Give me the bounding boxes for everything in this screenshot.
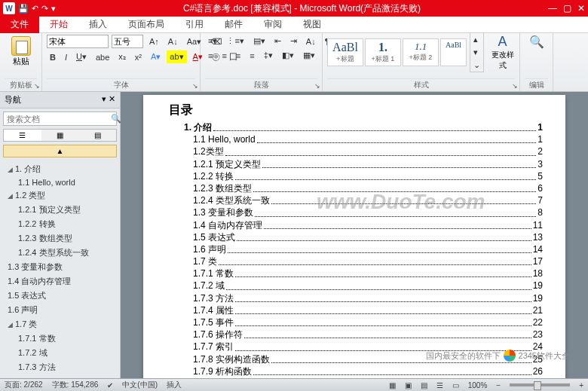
indent-left-icon[interactable]: ⇤ <box>271 35 284 47</box>
nav-item[interactable]: 1.1 Hello, world <box>0 176 120 188</box>
font-name-select[interactable] <box>47 35 109 48</box>
tab-layout[interactable]: 页面布局 <box>118 16 175 33</box>
align-right-icon[interactable]: ≡ <box>233 50 243 62</box>
font-size-select[interactable] <box>112 35 143 48</box>
status-language[interactable]: 中文(中国) <box>122 380 158 390</box>
tab-review[interactable]: 审阅 <box>253 16 292 33</box>
toc-entry[interactable]: 1.7.9 析构函数26 <box>184 365 543 377</box>
toc-entry[interactable]: 1.7 类17 <box>184 255 543 267</box>
style-expand-icon[interactable]: ⌄ <box>470 59 483 72</box>
subscript-button[interactable]: x₂ <box>115 50 129 63</box>
nav-item[interactable]: ◢1.7 类 <box>0 317 120 331</box>
shrink-font-icon[interactable]: A↓ <box>165 35 181 47</box>
toc-entry[interactable]: 1.2.3 数组类型6 <box>184 182 543 194</box>
nav-item[interactable]: 1.2.4 类型系统一致 <box>0 246 120 260</box>
toc-entry[interactable]: 1.2.2 转换5 <box>184 170 543 182</box>
toc-entry[interactable]: 1.7.2 域19 <box>184 280 543 292</box>
minimize-button[interactable]: — <box>548 3 557 14</box>
clipboard-launcher-icon[interactable]: ↘ <box>34 82 40 90</box>
nav-search-box[interactable]: 🔍 <box>3 111 117 126</box>
style-down-icon[interactable]: ▾ <box>470 46 483 59</box>
status-words[interactable]: 字数: 154,286 <box>52 380 99 390</box>
nav-item[interactable]: 1.5 表达式 <box>0 289 120 303</box>
nav-item[interactable]: 1.7.2 域 <box>0 346 120 360</box>
italic-button[interactable]: I <box>62 51 70 63</box>
paste-button[interactable]: 粘贴 <box>5 35 37 69</box>
line-spacing-icon[interactable]: ‡▾ <box>261 49 276 62</box>
nav-item[interactable]: ◢1.2 类型 <box>0 188 120 203</box>
status-mode[interactable]: 插入 <box>167 380 182 390</box>
toc-entry[interactable]: 1.1 Hello, world1 <box>184 133 543 145</box>
view-read-icon[interactable]: ▣ <box>405 381 412 389</box>
text-effects-icon[interactable]: A▾ <box>148 50 164 63</box>
toc-entry[interactable]: 1.7.1 常数18 <box>184 267 543 280</box>
nav-tab-results-icon[interactable]: ▤ <box>78 130 116 141</box>
nav-item[interactable]: 1.6 声明 <box>0 303 120 317</box>
tab-insert[interactable]: 插入 <box>78 16 118 33</box>
nav-item[interactable]: 1.7.1 常数 <box>0 331 120 346</box>
nav-close-icon[interactable]: ▾ ✕ <box>102 94 115 105</box>
close-button[interactable]: ✕ <box>577 3 585 14</box>
toc-entry[interactable]: 1.7.5 事件22 <box>184 316 543 328</box>
redo-icon[interactable]: ↷ <box>41 4 48 14</box>
nav-item[interactable]: 1.2.3 数组类型 <box>0 231 120 246</box>
status-zoom[interactable]: 100% <box>468 381 488 389</box>
nav-tab-headings-icon[interactable]: ☰ <box>4 130 41 141</box>
indent-right-icon[interactable]: ⇥ <box>287 35 300 47</box>
multilevel-icon[interactable]: ▤▾ <box>250 35 268 47</box>
highlight-icon[interactable]: ab▾ <box>167 50 186 63</box>
status-page[interactable]: 页面: 2/262 <box>5 380 43 390</box>
toc-entry[interactable]: 1.7.4 属性21 <box>184 304 543 316</box>
toc-entry[interactable]: 1. 介绍1 <box>184 121 543 133</box>
document-page[interactable]: 目录 1. 介绍11.1 Hello, world11.2类型21.2.1 预定… <box>143 95 565 378</box>
font-launcher-icon[interactable]: ↘ <box>192 82 198 90</box>
tab-file[interactable]: 文件 <box>0 16 39 33</box>
numbering-icon[interactable]: ⋮≡▾ <box>223 35 247 47</box>
toc-entry[interactable]: 1.7.10 静态构造函数26 <box>184 377 543 378</box>
nav-collapse-bar[interactable]: ▲ <box>3 145 117 157</box>
find-icon[interactable]: 🔍 <box>529 35 544 49</box>
nav-item[interactable]: 1.4 自动内存管理 <box>0 274 120 289</box>
document-area[interactable]: 目录 1. 介绍11.1 Hello, world11.2类型21.2.1 预定… <box>121 92 588 378</box>
style-heading[interactable]: AaBl+标题 <box>327 38 363 66</box>
paragraph-launcher-icon[interactable]: ↘ <box>314 82 320 90</box>
status-spellcheck-icon[interactable]: ✔ <box>107 381 113 389</box>
nav-item[interactable]: ◢1. 介绍 <box>0 162 120 176</box>
toc-entry[interactable]: 1.6 声明14 <box>184 243 543 255</box>
change-styles-button[interactable]: A 更改样式 <box>490 34 515 71</box>
save-icon[interactable]: 💾 <box>18 4 29 14</box>
toc-entry[interactable]: 1.7.6 操作符23 <box>184 328 543 341</box>
tab-view[interactable]: 视图 <box>292 16 332 33</box>
align-center-icon[interactable]: ≡ <box>219 50 229 62</box>
toc-entry[interactable]: 1.3 变量和参数8 <box>184 206 543 218</box>
shading-icon[interactable]: ◧▾ <box>279 49 297 62</box>
bullets-icon[interactable]: ≡▾ <box>205 35 220 47</box>
view-draft-icon[interactable]: ▭ <box>452 381 459 389</box>
bold-button[interactable]: B <box>47 51 59 63</box>
nav-tab-pages-icon[interactable]: ▦ <box>41 130 79 141</box>
grow-font-icon[interactable]: A↑ <box>146 35 162 47</box>
underline-button[interactable]: U▾ <box>73 50 90 63</box>
style-heading2[interactable]: 1.1+标题 2 <box>403 38 439 66</box>
strike-button[interactable]: abe <box>93 51 112 63</box>
nav-item[interactable]: 1.7.3 方法 <box>0 360 120 374</box>
search-icon[interactable]: 🔍 <box>111 114 121 124</box>
zoom-out-icon[interactable]: − <box>496 381 501 389</box>
toc-entry[interactable]: 1.2.1 预定义类型3 <box>184 158 543 170</box>
undo-icon[interactable]: ↶ <box>32 4 38 14</box>
style-up-icon[interactable]: ▴ <box>470 33 483 46</box>
view-web-icon[interactable]: ▤ <box>421 381 427 389</box>
zoom-slider[interactable] <box>510 383 570 386</box>
style-more[interactable]: AaBl <box>440 38 467 66</box>
nav-item[interactable]: 1.2.1 预定义类型 <box>0 203 120 217</box>
styles-launcher-icon[interactable]: ↘ <box>512 82 518 90</box>
toc-entry[interactable]: 1.2.4 类型系统一致7 <box>184 194 543 206</box>
superscript-button[interactable]: x² <box>132 51 145 63</box>
toc-entry[interactable]: 1.4 自动内存管理11 <box>184 219 543 231</box>
toc-entry[interactable]: 1.7.3 方法19 <box>184 292 543 304</box>
view-print-icon[interactable]: ▦ <box>389 381 396 389</box>
toc-entry[interactable]: 1.5 表达式13 <box>184 231 543 243</box>
nav-item[interactable]: 1.3 变量和参数 <box>0 260 120 274</box>
style-heading1[interactable]: 1.+标题 1 <box>365 38 401 66</box>
align-justify-icon[interactable]: ≡ <box>247 50 257 62</box>
